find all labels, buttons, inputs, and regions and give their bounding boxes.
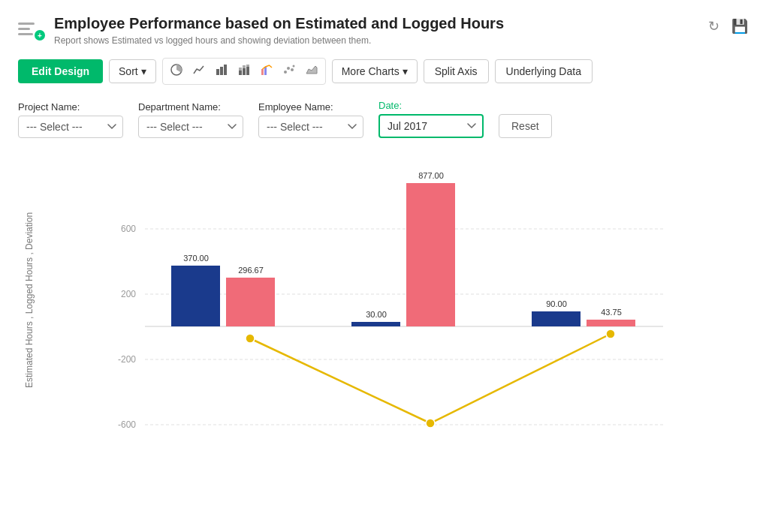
department-name-select[interactable]: --- Select ---	[138, 116, 243, 138]
stacked-bar-button[interactable]	[234, 61, 255, 82]
svg-rect-4	[239, 71, 242, 75]
bar-group1-blue	[171, 266, 220, 326]
svg-text:-600: -600	[118, 419, 136, 430]
filters-bar: Project Name: --- Select --- Department …	[18, 100, 751, 138]
reset-button[interactable]: Reset	[499, 114, 552, 138]
department-name-filter: Department Name: --- Select ---	[138, 101, 243, 138]
svg-text:90.00: 90.00	[546, 299, 567, 308]
sort-label: Sort	[119, 65, 138, 77]
bar-group3-red	[587, 320, 635, 326]
sort-chevron-icon: ▾	[141, 65, 146, 77]
bar-group3-blue	[532, 311, 581, 326]
pie-chart-button[interactable]	[166, 61, 187, 82]
project-name-select[interactable]: --- Select ---	[18, 116, 123, 138]
svg-point-15	[292, 65, 294, 68]
underlying-data-button[interactable]: Underlying Data	[495, 59, 593, 83]
svg-marker-16	[306, 66, 317, 74]
sort-button[interactable]: Sort ▾	[109, 59, 156, 83]
svg-text:296.67: 296.67	[238, 266, 264, 275]
employee-name-select[interactable]: --- Select ---	[258, 116, 363, 138]
bar-chart-button[interactable]	[211, 61, 232, 82]
svg-text:877.00: 877.00	[418, 171, 444, 180]
svg-rect-6	[243, 68, 246, 75]
more-charts-chevron-icon: ▾	[403, 65, 408, 77]
page-title: Employee Performance based on Estimated …	[54, 15, 696, 32]
area-chart-button[interactable]	[301, 61, 322, 82]
more-charts-label: More Charts	[342, 65, 400, 77]
combo-chart-button[interactable]	[256, 61, 277, 82]
svg-text:-200: -200	[118, 354, 136, 365]
date-select[interactable]: Jul 2017	[378, 114, 484, 138]
svg-rect-3	[224, 65, 227, 75]
project-name-filter: Project Name: --- Select ---	[18, 101, 123, 138]
more-charts-button[interactable]: More Charts ▾	[332, 59, 418, 83]
scatter-chart-button[interactable]	[279, 61, 300, 82]
deviation-dot-3	[606, 329, 615, 338]
deviation-dot-2	[426, 419, 435, 428]
save-button[interactable]: 💾	[728, 15, 751, 38]
svg-text:30.00: 30.00	[366, 310, 387, 319]
svg-rect-2	[220, 67, 223, 75]
refresh-button[interactable]: ↻	[705, 15, 722, 38]
chart-type-group	[162, 58, 326, 85]
svg-rect-10	[261, 69, 264, 75]
page-subtitle: Report shows Estimated vs logged hours a…	[54, 35, 696, 46]
department-name-label: Department Name:	[138, 101, 243, 113]
date-label: Date:	[378, 100, 484, 111]
svg-rect-1	[216, 69, 219, 75]
project-name-label: Project Name:	[18, 101, 123, 113]
svg-point-12	[284, 71, 287, 74]
report-header: + Employee Performance based on Estimate…	[18, 15, 751, 46]
add-badge: +	[35, 30, 45, 41]
y-axis-label: Estimated Hours , Logged Hours , Deviati…	[18, 156, 35, 444]
svg-rect-9	[246, 65, 249, 67]
chart-wrapper: 600 200 -200 -600 370.00	[35, 156, 751, 444]
svg-point-13	[287, 67, 290, 70]
svg-text:200: 200	[121, 289, 136, 299]
deviation-dot-1	[246, 334, 255, 343]
bar-line-chart: 600 200 -200 -600 370.00	[35, 156, 751, 441]
svg-rect-7	[243, 65, 246, 68]
svg-text:370.00: 370.00	[183, 254, 209, 263]
header-text: Employee Performance based on Estimated …	[54, 15, 696, 46]
bar-group1-red	[226, 278, 275, 326]
header-actions: ↻ 💾	[705, 15, 751, 38]
edit-design-button[interactable]: Edit Design	[18, 59, 103, 83]
bar-group2-red	[406, 183, 455, 326]
report-icon: +	[18, 15, 45, 42]
deviation-line	[250, 334, 611, 423]
svg-point-14	[291, 68, 294, 71]
toolbar: Edit Design Sort ▾	[18, 58, 751, 85]
svg-text:43.75: 43.75	[601, 308, 622, 317]
svg-text:600: 600	[121, 224, 136, 234]
split-axis-button[interactable]: Split Axis	[424, 59, 489, 83]
svg-rect-8	[246, 67, 249, 75]
employee-name-filter: Employee Name: --- Select ---	[258, 101, 363, 138]
line-chart-button[interactable]	[188, 61, 210, 82]
date-filter: Date: Jul 2017	[378, 100, 484, 138]
employee-name-label: Employee Name:	[258, 101, 363, 113]
bar-group2-blue	[351, 322, 400, 326]
svg-rect-5	[239, 68, 242, 71]
chart-area: Estimated Hours , Logged Hours , Deviati…	[18, 156, 751, 444]
